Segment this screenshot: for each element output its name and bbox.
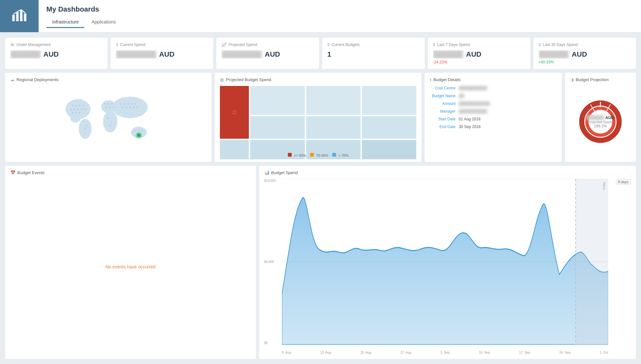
svg-rect-1	[16, 12, 19, 21]
detail-manager-value: █████ █████	[456, 109, 557, 114]
legend-red: >= 90%	[288, 153, 306, 157]
metric-last-30-days-label: Last 30 Days Spend	[543, 42, 578, 47]
dollar-icon-4: $	[539, 42, 541, 47]
metric-last-7-days: $ Last 7 Days Spend ██████ AUD -24.22%	[428, 38, 530, 69]
grid-icon: ▦	[220, 77, 224, 82]
logo	[0, 0, 39, 32]
x-label-6: 17. Sep	[519, 351, 530, 354]
svg-point-43	[133, 107, 134, 108]
metric-last-30-days-change: +40.33%	[539, 60, 631, 64]
metric-last-7-days-change: -24.22%	[433, 60, 525, 64]
tab-applications[interactable]: Applications	[86, 17, 122, 28]
svg-rect-64	[576, 179, 608, 345]
metric-last-7-days-header: $ Last 7 Days Spend	[433, 42, 525, 47]
metric-current-spend-label: Current Spend	[120, 42, 145, 47]
budget-details-card: ℹ Budget Details Cost Centre ████ ██████…	[425, 73, 562, 162]
svg-point-31	[113, 107, 114, 108]
calendar-icon: 📅	[10, 170, 15, 175]
budget-details-rows: Cost Centre ████ ██████ Budget Name ██ A…	[430, 86, 557, 129]
svg-point-45	[135, 130, 136, 131]
dollar-icon-3: $	[433, 42, 435, 47]
detail-row-budget-name: Budget Name ██	[430, 94, 557, 98]
building-icon: 🏛	[10, 42, 14, 47]
header-content: My Dashboards Infrastructure Application…	[39, 0, 641, 32]
y-label-top: $10,000	[264, 179, 282, 182]
budget-projection-title: ◑ Budget Projection	[570, 77, 631, 82]
donut-amount: ██████ AUD	[587, 115, 615, 120]
metric-last-7-days-blurred: ██████	[433, 50, 463, 59]
donut-center-text: ██████ AUD Projected Spend 299.2%	[587, 115, 615, 128]
metric-current-budgets-label: Current Budgets	[332, 42, 360, 47]
svg-point-47	[142, 130, 143, 131]
tab-infrastructure[interactable]: Infrastructure	[46, 17, 84, 28]
logo-icon	[12, 8, 27, 24]
metric-current-spend-value: ████████ AUD	[116, 50, 208, 59]
svg-point-12	[76, 105, 77, 106]
bottom-row: 📅 Budget Events No events have occurred …	[5, 166, 636, 359]
svg-point-14	[83, 105, 84, 106]
header: My Dashboards Infrastructure Application…	[0, 0, 641, 33]
treemap-cell-2	[306, 86, 361, 115]
treemap	[220, 86, 416, 150]
chart-area: $10,000 $4,000 $0	[264, 179, 631, 354]
metric-last-30-days-blurred: ██████	[539, 50, 569, 59]
days-badge: 9 days	[616, 179, 631, 185]
metric-under-management-value: ██████ AUD	[10, 50, 102, 59]
regional-deployments-title: ☁ Regional Deployments	[10, 77, 206, 82]
svg-point-35	[120, 103, 121, 104]
metric-last-30-days: $ Last 30 Days Spend ██████ AUD +40.33%	[533, 38, 636, 69]
tabs-container: Infrastructure Applications	[46, 17, 633, 28]
metric-projected-spend-label: Projected Spend	[229, 42, 257, 47]
detail-cost-centre-value: ████ ██████	[456, 86, 557, 90]
metric-current-spend: $ Current Spend ████████ AUD	[111, 38, 213, 69]
metric-last-30-days-header: $ Last 30 Days Spend	[539, 42, 631, 47]
treemap-cell-10	[362, 140, 416, 159]
no-events-message: No events have occurred	[10, 179, 251, 354]
svg-point-18	[81, 108, 82, 110]
detail-amount-value: ███ ████████	[456, 101, 557, 106]
x-label-2: 20. Aug	[360, 351, 371, 354]
detail-row-end-date: End Date 30 Sep 2018	[430, 125, 557, 129]
svg-point-25	[84, 128, 86, 129]
y-label-mid: $4,000	[264, 260, 282, 264]
x-label-7: 24. Sep	[559, 351, 570, 354]
metric-projected-spend-header: 📈 Projected Spend	[222, 42, 314, 47]
svg-point-40	[122, 107, 123, 108]
x-label-5: 10. Sep	[479, 351, 490, 354]
svg-point-24	[86, 125, 88, 126]
metric-under-management: 🏛 Under Management ██████ AUD	[5, 38, 108, 69]
donut-label: Projected Spend	[587, 120, 615, 124]
svg-point-28	[111, 103, 113, 104]
svg-point-27	[108, 103, 109, 104]
svg-point-11	[72, 105, 73, 106]
svg-point-30	[109, 107, 111, 108]
svg-point-22	[79, 112, 80, 113]
svg-point-36	[124, 103, 125, 104]
svg-point-44	[136, 107, 137, 108]
world-map-svg	[10, 86, 206, 150]
chart-icon: 📈	[222, 42, 227, 47]
y-label-bottom: $0	[264, 341, 282, 345]
detail-row-start-date: Start Date 01 Aug 2018	[430, 117, 557, 121]
treemap-cell-6	[362, 116, 416, 139]
svg-point-29	[106, 107, 107, 108]
x-label-4: 3. Sep	[440, 351, 450, 354]
detail-row-cost-centre: Cost Centre ████ ██████	[430, 86, 557, 90]
svg-rect-3	[24, 14, 26, 21]
pie-icon: ◑	[570, 77, 574, 82]
metric-under-management-label: Under Management	[16, 42, 51, 47]
middle-row: ☁ Regional Deployments	[5, 73, 636, 162]
info-icon: ℹ	[430, 77, 431, 82]
world-map	[10, 86, 206, 150]
x-label-0: 6. Aug	[282, 351, 291, 354]
svg-point-39	[135, 103, 136, 104]
svg-point-33	[111, 121, 113, 122]
treemap-cell-1	[250, 86, 305, 115]
donut-container: ██████ AUD Projected Spend 299.2%	[570, 86, 631, 157]
x-label-3: 27. Aug	[400, 351, 411, 354]
metric-projected-spend-value: ████████ AUD	[222, 50, 314, 59]
svg-point-15	[70, 108, 71, 110]
chart-svg	[282, 179, 608, 345]
svg-point-19	[84, 108, 86, 110]
page-title: My Dashboards	[46, 5, 633, 14]
